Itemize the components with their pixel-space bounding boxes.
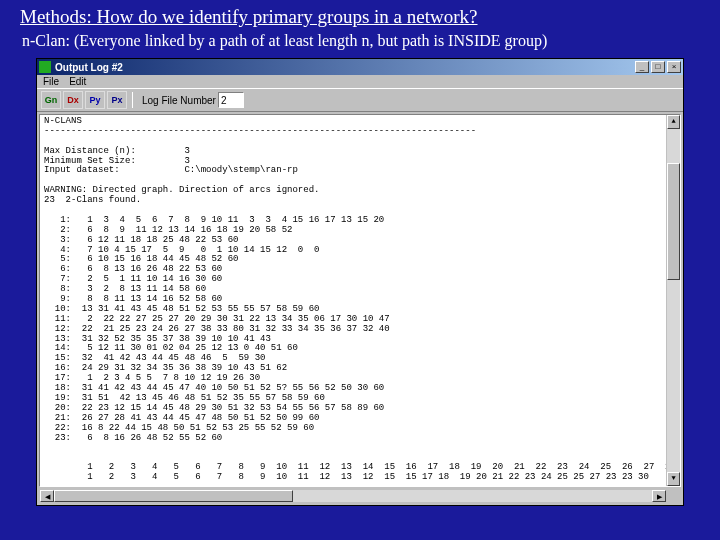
scroll-up-button[interactable]: ▲: [667, 115, 680, 129]
scroll-left-button[interactable]: ◀: [40, 490, 54, 502]
logfile-input[interactable]: [218, 92, 244, 108]
scroll-thumb-h[interactable]: [54, 490, 293, 502]
scroll-corner: [666, 490, 680, 504]
scroll-track-v[interactable]: [667, 129, 680, 472]
app-icon: [39, 61, 51, 73]
slide-subtitle: n-Clan: (Everyone linked by a path of at…: [0, 30, 720, 56]
log-textarea[interactable]: N-CLANS --------------------------------…: [40, 115, 666, 486]
output-window: Output Log #2 _ □ × File Edit Gn Dx Py P…: [36, 58, 684, 506]
menu-file[interactable]: File: [43, 76, 59, 87]
maximize-button[interactable]: □: [651, 61, 665, 73]
minimize-button[interactable]: _: [635, 61, 649, 73]
horizontal-scrollbar[interactable]: ◀ ▶: [39, 489, 681, 503]
menu-edit[interactable]: Edit: [69, 76, 86, 87]
titlebar[interactable]: Output Log #2 _ □ ×: [37, 59, 683, 75]
menubar: File Edit: [37, 75, 683, 88]
vertical-scrollbar[interactable]: ▲ ▼: [666, 115, 680, 486]
scroll-track-h[interactable]: [54, 490, 652, 502]
toolbar-btn-1[interactable]: Gn: [41, 91, 61, 109]
logfile-label: Log File Number: [142, 95, 216, 106]
toolbar-btn-3[interactable]: Py: [85, 91, 105, 109]
close-button[interactable]: ×: [667, 61, 681, 73]
scroll-thumb-v[interactable]: [667, 163, 680, 280]
scroll-right-button[interactable]: ▶: [652, 490, 666, 502]
toolbar-btn-4[interactable]: Px: [107, 91, 127, 109]
toolbar-separator: [132, 92, 133, 108]
toolbar: Gn Dx Py Px Log File Number: [37, 88, 683, 112]
slide-title: Methods: How do we identify primary grou…: [20, 6, 700, 28]
toolbar-btn-2[interactable]: Dx: [63, 91, 83, 109]
window-title: Output Log #2: [55, 62, 633, 73]
scroll-down-button[interactable]: ▼: [667, 472, 680, 486]
